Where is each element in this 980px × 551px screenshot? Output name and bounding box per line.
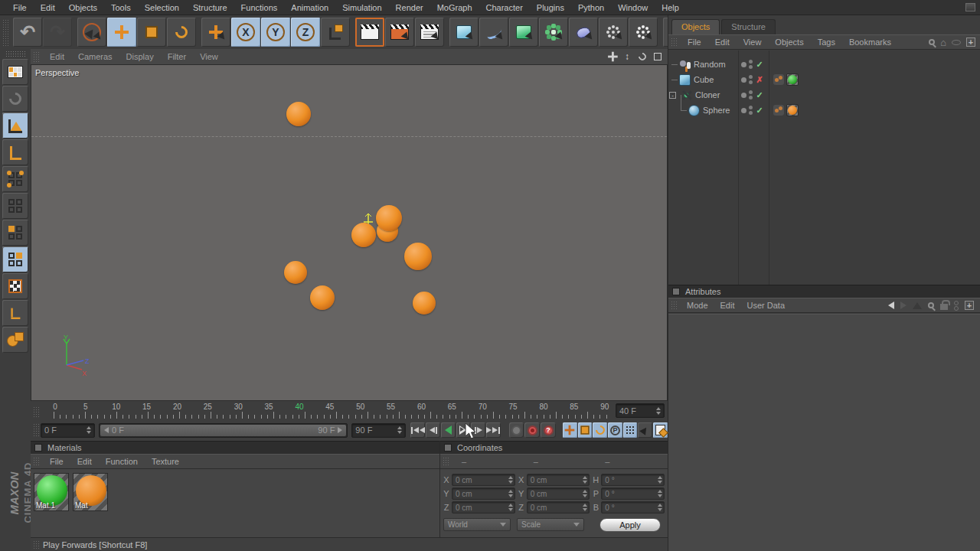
panel-pin-icon[interactable] [34,444,42,452]
materials-menu-item[interactable]: Function [99,455,145,468]
layer-dot[interactable] [741,77,746,83]
add-spline-button[interactable] [479,18,508,47]
add-deformer-button[interactable] [569,18,598,47]
add-particles-button[interactable] [629,18,658,47]
current-frame-field[interactable]: 40 F [616,403,665,418]
scale-column-select[interactable]: – [524,457,596,466]
position-z-field[interactable]: 0 cm [452,501,515,514]
object-axis-mode-button[interactable] [2,139,28,165]
object-manager-grip[interactable] [670,37,678,47]
viewport-menu-item[interactable]: Edit [43,51,71,63]
visibility-toggle[interactable] [749,90,753,99]
rotate-view-icon[interactable] [637,51,648,62]
menu-item[interactable]: Functions [234,2,285,14]
object-row-cube[interactable]: Cube ✗ [668,72,980,87]
texture-mode-button[interactable] [2,273,28,299]
edge-mode-button[interactable] [2,193,28,219]
layer-dot[interactable] [741,62,746,67]
material-tag-orange[interactable] [786,104,799,116]
redo-button[interactable]: ↷ [43,18,72,47]
panel-pin-icon[interactable] [444,444,452,452]
object-row-random[interactable]: Random ✓ [668,57,980,72]
render-settings-button[interactable] [415,18,444,47]
cloned-sphere-object[interactable] [351,223,376,247]
enable-toggle[interactable]: ✓ [755,90,764,100]
materials-grip[interactable] [32,456,41,467]
layer-dot[interactable] [741,108,746,113]
range-left-arrow-icon[interactable] [104,427,109,433]
stepper-icon[interactable] [508,490,513,497]
add-modeling-object-button[interactable] [539,18,568,47]
menu-item[interactable]: MoGraph [430,2,479,14]
snap-settings-button[interactable] [2,327,28,353]
rotation-h-field[interactable]: 0 ° [601,474,665,486]
menu-item[interactable]: Window [611,2,655,14]
goto-end-button[interactable] [486,422,501,438]
scale-z-field[interactable]: 0 cm [527,501,590,514]
lock-z-axis-button[interactable]: Z [291,18,320,47]
phong-tag-icon[interactable] [773,105,784,116]
model-mode-button[interactable] [2,112,28,139]
cloned-sphere-object[interactable] [286,102,311,126]
coordinate-space-dropdown[interactable]: World [443,518,511,531]
cloned-sphere-object[interactable] [404,243,432,270]
coordinate-system-button[interactable] [321,18,350,47]
link-icon[interactable] [954,301,959,311]
layer-dot[interactable] [741,93,746,98]
menu-item[interactable]: Render [389,2,430,14]
lock-icon[interactable] [940,304,948,310]
search-icon[interactable] [929,39,935,45]
add-primitive-button[interactable] [449,18,479,47]
material-swatch-mat[interactable]: Mat [73,473,108,511]
keyframe-options-button[interactable]: ? [541,422,556,438]
material-swatch-mat1[interactable]: Mat.1 [34,473,69,511]
stepper-icon[interactable] [397,426,402,434]
stepper-icon[interactable] [658,490,662,497]
cloned-sphere-object[interactable] [284,261,307,284]
autokey-button[interactable] [524,422,540,438]
tab-structure[interactable]: Structure [721,19,776,34]
object-row-cloner[interactable]: - Cloner ✓ [668,87,980,103]
stepper-icon[interactable] [656,407,661,415]
object-manager-menu-item[interactable]: File [681,36,708,48]
make-editable-button[interactable] [2,59,28,85]
eye-icon[interactable] [952,40,961,45]
status-grip[interactable] [32,540,41,549]
transform-mode-dropdown[interactable]: Scale [517,518,584,531]
key-rotation-button[interactable] [593,422,607,438]
lock-y-axis-button[interactable]: Y [261,18,290,47]
add-environment-button[interactable] [599,18,628,47]
texture-axis-mode-button[interactable] [2,300,28,326]
rotate-tool-button[interactable] [167,18,196,47]
enable-toggle[interactable]: ✓ [755,60,764,70]
stepper-icon[interactable] [583,504,587,511]
rotation-p-field[interactable]: 0 ° [601,487,665,500]
toolbar-grip[interactable] [2,18,10,46]
point-mode-button[interactable] [2,166,28,192]
view-mode-button[interactable] [2,86,28,112]
timeline-grip[interactable] [32,406,41,418]
attributes-menu-item[interactable]: User Data [741,299,792,311]
coordinates-grip[interactable] [442,456,450,467]
range-start-field[interactable]: 0 F [41,423,95,438]
enable-toggle[interactable]: ✓ [755,106,764,116]
window-restore-icon[interactable] [965,3,975,11]
scale-tool-button[interactable] [137,18,166,47]
menu-item[interactable]: Selection [138,2,186,14]
collapse-icon[interactable]: - [669,92,676,99]
stepper-icon[interactable] [583,476,587,484]
stepper-icon[interactable] [658,504,662,511]
object-manager-menu-item[interactable]: View [737,36,769,48]
apply-button[interactable]: Apply [599,518,661,532]
stepper-icon[interactable] [508,476,513,484]
viewport-menu-item[interactable]: View [193,51,225,63]
keyframe-selection-button[interactable] [653,422,668,438]
position-y-field[interactable]: 0 cm [452,487,515,500]
previous-frame-button[interactable] [426,422,440,438]
key-pla-button[interactable] [623,422,638,438]
home-icon[interactable]: ⌂ [940,37,946,47]
history-back-icon[interactable] [888,302,894,309]
stepper-icon[interactable] [658,476,662,484]
menu-item[interactable]: Help [655,2,686,14]
enable-toggle[interactable]: ✗ [755,75,764,85]
